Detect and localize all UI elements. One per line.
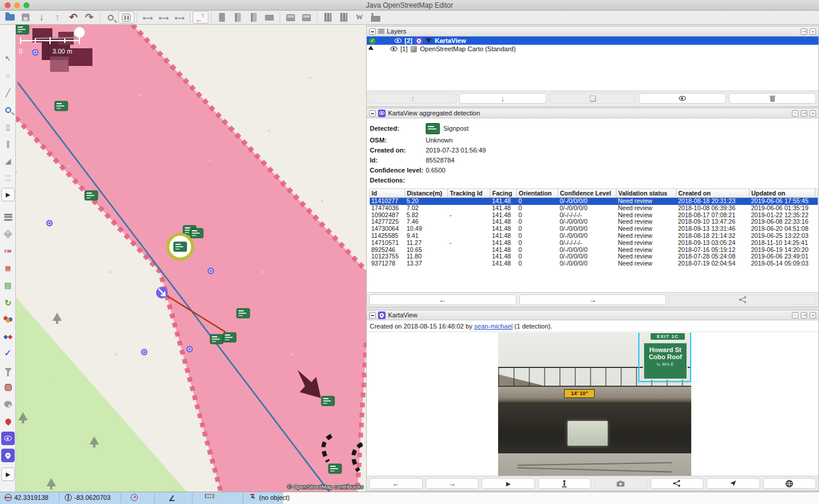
- vehicle-tool-2-button[interactable]: [299, 11, 314, 24]
- dock-panel-button[interactable]: ⊣: [801, 312, 807, 319]
- styles-button[interactable]: [1, 397, 15, 411]
- notes-button[interactable]: [1, 415, 15, 428]
- previous-detection-button[interactable]: ←: [369, 294, 516, 305]
- detection-row[interactable]: 114102775.20141.4800/-/0/0/0/0Need revie…: [370, 198, 818, 205]
- move-layer-up-button[interactable]: ↑: [369, 93, 456, 104]
- kartaview-images-button[interactable]: [1, 449, 15, 462]
- w-tool-button[interactable]: W: [352, 11, 367, 24]
- panel-tool-2-button[interactable]: [230, 11, 246, 24]
- unglue-tool-button[interactable]: ⁚⁚: [1, 171, 15, 185]
- move-layer-down-button[interactable]: ↓: [459, 93, 546, 104]
- play-sequence-button[interactable]: ▶: [482, 478, 535, 489]
- dock-panel-button[interactable]: ⊣: [801, 28, 807, 35]
- relation-editor-button[interactable]: I:M: [1, 244, 15, 258]
- map-canvas[interactable]: 0 3.00 m: [16, 25, 366, 492]
- layer-row-osm-carto[interactable]: [1] OpenStreetMap Carto (Standard): [367, 45, 818, 53]
- parallel-tool-button[interactable]: ∥: [1, 137, 15, 151]
- sticky-panel-button[interactable]: ▫: [792, 110, 798, 117]
- node-marker[interactable]: [74, 27, 85, 38]
- street-photo[interactable]: 14' 10" EXIT 1C Howard St Cobo Roof ¼ MI…: [498, 333, 691, 477]
- previous-photo-button[interactable]: ←: [369, 478, 423, 489]
- detection-row[interactable]: 114255859.41141.4800/-/0/0/0/0Need revie…: [370, 233, 818, 240]
- detection-row[interactable]: 937127813.37141.4800/-/0/0/0/0Need revie…: [370, 260, 818, 267]
- close-panel-button[interactable]: ×: [810, 28, 816, 35]
- panel-tool-1-button[interactable]: [214, 11, 230, 24]
- open-file-button[interactable]: [2, 11, 18, 24]
- column-header[interactable]: Distance(m): [405, 189, 448, 198]
- detection-row[interactable]: 1012375511.80141.4800/-/0/0/0/0Need revi…: [370, 253, 818, 260]
- detection-row[interactable]: 109024875.82-141.4800/-/-/-/-/-Need revi…: [370, 212, 818, 219]
- switch-photo-format-button[interactable]: [538, 478, 592, 489]
- column-header[interactable]: Tracking Id: [448, 189, 490, 198]
- refresh-button[interactable]: ↻: [1, 296, 15, 309]
- close-panel-button[interactable]: ×: [810, 110, 816, 117]
- map-panel-button[interactable]: ▤: [1, 278, 15, 292]
- delete-layer-button[interactable]: [729, 93, 816, 104]
- detection-row[interactable]: 892524610.65141.4800/-/0/0/0/0Need revie…: [370, 247, 818, 254]
- panel-tool-3-button[interactable]: [246, 11, 261, 24]
- vehicle-tool-1-button[interactable]: [283, 11, 299, 24]
- camera-mode-button[interactable]: [594, 478, 648, 489]
- distribute-nodes-button[interactable]: [171, 11, 187, 24]
- center-map-button[interactable]: [707, 478, 760, 489]
- detection-row[interactable]: 174740367.02141.4800/-/0/0/0/0Need revie…: [370, 205, 818, 212]
- close-panel-button[interactable]: ×: [810, 312, 816, 319]
- column-header[interactable]: Validation status: [616, 189, 677, 198]
- photo-viewer[interactable]: 14' 10" EXIT 1C Howard St Cobo Roof ¼ MI…: [367, 331, 818, 477]
- column-header[interactable]: Confidence Level: [558, 189, 616, 198]
- next-photo-button[interactable]: →: [426, 478, 479, 489]
- detection-row[interactable]: 1473006410.49141.4800/-/0/0/0/0Need revi…: [370, 226, 818, 233]
- panel-tool-4-button[interactable]: [261, 11, 277, 24]
- select-tool-button[interactable]: ↖: [1, 52, 15, 65]
- expand-bottom-button[interactable]: ▶: [1, 467, 15, 481]
- selected-detection-marker[interactable]: [168, 234, 193, 259]
- zoom-tool-button[interactable]: [1, 103, 15, 117]
- visibility-eye-icon[interactable]: [394, 38, 402, 43]
- kartaview-detections-button[interactable]: [1, 432, 15, 445]
- toggle-visibility-button[interactable]: [639, 93, 726, 104]
- combine-ways-button[interactable]: [155, 11, 171, 24]
- visibility-eye-icon[interactable]: [390, 47, 397, 51]
- search-button[interactable]: [102, 11, 118, 24]
- dock-panel-button[interactable]: ⊣: [801, 110, 807, 117]
- extract-node-button[interactable]: ↑←: [193, 11, 208, 24]
- column-header[interactable]: Id: [370, 189, 405, 198]
- redo-button[interactable]: ↷: [81, 11, 97, 24]
- changeset-button[interactable]: [1, 380, 15, 394]
- lasso-tool-button[interactable]: ○: [1, 69, 15, 82]
- next-detection-button[interactable]: →: [519, 294, 667, 305]
- collapse-panel-button[interactable]: [369, 110, 376, 117]
- column-header[interactable]: Updated on: [750, 189, 815, 198]
- upload-button[interactable]: ↑: [49, 11, 65, 24]
- column-tool-1-button[interactable]: [320, 11, 336, 24]
- column-header[interactable]: Created on: [677, 189, 750, 198]
- improve-accuracy-button[interactable]: ◢: [1, 154, 15, 168]
- selected-image-marker[interactable]: [156, 287, 168, 299]
- author-link[interactable]: sean-michael: [474, 323, 512, 330]
- open-web-button[interactable]: [763, 478, 817, 489]
- factory-tool-button[interactable]: [367, 11, 383, 24]
- detection-bounding-box[interactable]: [638, 333, 691, 382]
- download-button[interactable]: ↓: [34, 11, 49, 24]
- conflicts-panel-button[interactable]: ◆◆: [1, 330, 15, 343]
- filter-button[interactable]: [1, 363, 15, 377]
- detection-row[interactable]: 1471057111.27-141.4800/-/-/-/-/-Need rev…: [370, 240, 818, 247]
- expand-tools-button[interactable]: ▶: [1, 188, 15, 201]
- authors-panel-button[interactable]: [1, 313, 15, 326]
- tags-toggle-button[interactable]: [1, 227, 15, 241]
- draw-tool-button[interactable]: ╱: [1, 86, 15, 100]
- share-photo-button[interactable]: [651, 478, 704, 489]
- merge-layers-button[interactable]: ❏: [549, 93, 636, 104]
- column-header[interactable]: Orientation: [517, 189, 558, 198]
- collapse-panel-button[interactable]: [369, 28, 376, 35]
- column-tool-2-button[interactable]: [336, 11, 352, 24]
- preferences-button[interactable]: [118, 11, 134, 24]
- merge-nodes-button[interactable]: [140, 11, 155, 24]
- layers-toggle-button[interactable]: [1, 210, 15, 224]
- relation-network-button[interactable]: ▦: [1, 261, 15, 275]
- delete-tool-button[interactable]: ▯: [1, 120, 15, 134]
- collapse-panel-button[interactable]: [369, 312, 376, 319]
- share-detection-button[interactable]: [669, 294, 816, 305]
- save-button[interactable]: [18, 11, 34, 24]
- validator-button[interactable]: ✓: [1, 346, 15, 360]
